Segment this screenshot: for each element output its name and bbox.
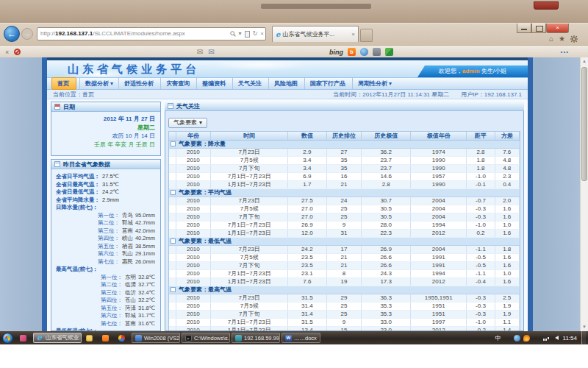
toolbar-app-icon-1[interactable] — [360, 48, 368, 56]
row-spacer — [169, 294, 176, 302]
cell-anomaly: -0.3 — [467, 294, 495, 302]
minimize-button[interactable] — [517, 24, 531, 33]
back-button[interactable]: ← — [4, 26, 20, 42]
table-row[interactable]: 2010 7月1日~7月23日 6.9 16 14.6 1957 -1.0 — [169, 173, 520, 181]
blocked-icon[interactable] — [14, 49, 21, 55]
cell-extreme: 23.7 — [362, 157, 411, 164]
scroll-down-arrow[interactable]: ▼ — [581, 323, 588, 331]
browser-tab[interactable]: e 山东省气候业务平... × — [272, 26, 359, 42]
address-dropdown-caret[interactable]: ▾ — [239, 28, 242, 40]
show-desktop-button[interactable] — [581, 331, 586, 344]
compatibility-view-icon[interactable] — [245, 31, 250, 38]
tray-icon[interactable] — [533, 335, 539, 342]
mail-icon[interactable]: ✉ — [197, 48, 203, 56]
nav-item[interactable]: 整编资料 — [196, 78, 232, 89]
table-row[interactable]: 2010 1月1日~7月23日 7.6 19 17.3 2012 -0.4 — [169, 278, 520, 286]
toolbar-app-icon-2[interactable] — [373, 48, 381, 56]
group-checkbox[interactable] — [171, 287, 176, 292]
refresh-button[interactable]: ↻ — [253, 28, 258, 40]
scroll-up-arrow[interactable]: ▲ — [581, 57, 588, 66]
background-window[interactable] — [0, 0, 588, 23]
table-row[interactable]: 2010 7月5候 3.4 35 23.7 1990 1.8 4 — [169, 157, 520, 165]
taskbar-task[interactable]: ……docx — [282, 333, 320, 343]
toolbar-more-icon[interactable]: ••• — [561, 49, 569, 55]
table-row[interactable]: 2010 7月23日 31.5 29 36.3 1955,1951 -0.3 — [169, 294, 520, 302]
tray-icon[interactable] — [523, 335, 530, 342]
row-spacer — [169, 246, 176, 253]
toolbar-app-icon-3[interactable] — [385, 48, 393, 56]
address-bar[interactable]: http://192.168.137.1/SLCCLIMATE/modules/… — [37, 27, 266, 40]
page-scrollbar[interactable]: ▲ ▼ — [580, 57, 588, 331]
taskbar-task[interactable] — [83, 333, 98, 343]
tray-icon[interactable] — [504, 335, 511, 342]
cell-year: 2010 — [176, 254, 212, 261]
table-row[interactable]: 2010 7月下旬 31.4 25 35.3 1951 -0.3 — [169, 311, 520, 319]
table-row[interactable]: 2010 7月5候 23.5 21 26.6 1991 -0.5 — [169, 254, 520, 262]
cell-time: 7月下旬 — [211, 262, 288, 269]
close-button[interactable]: × — [546, 24, 569, 33]
favorites-star-icon[interactable]: ★ — [559, 35, 565, 43]
table-row[interactable]: 2010 7月1日~7月23日 26.9 9 28.0 1994 -1.0 — [169, 222, 520, 230]
nav-item[interactable]: 舒适性分析 — [118, 78, 160, 89]
bing-tile-icon[interactable]: b — [348, 48, 356, 56]
table-row[interactable]: 气象要素：平均气温 — [169, 189, 520, 197]
table-row[interactable]: 2010 7月下旬 27.0 25 30.5 2004 -0.3 — [169, 213, 520, 222]
maximize-button[interactable] — [531, 24, 546, 33]
settings-gear-icon[interactable] — [570, 35, 578, 43]
table-row[interactable]: 2010 7月1日~7月23日 23.1 8 24.3 1994 -1.1 — [169, 270, 520, 278]
table-row[interactable]: 2010 1月1日~7月23日 1.7 21 2.8 1990 -0.1 — [169, 181, 520, 189]
table-row[interactable]: 气象要素：降水量 — [169, 141, 520, 149]
logged-in-user: admin — [462, 68, 480, 74]
breadcrumb: 当前位置：首页 — [53, 91, 94, 99]
taskbar-task[interactable]: C:\Windows\s... — [182, 333, 230, 343]
scrollbar-thumb[interactable] — [581, 67, 587, 181]
search-icon[interactable] — [230, 31, 236, 37]
taskbar-task[interactable] — [17, 333, 32, 343]
forward-button[interactable]: → — [21, 28, 33, 40]
weather-stat: 全省日最低气温：24.2℃ — [56, 188, 157, 197]
nav-item[interactable]: 灾害查询 — [160, 78, 196, 89]
table-row[interactable]: 2010 7月5候 31.4 25 35.3 1951 -0.3 — [169, 302, 520, 311]
taskbar-task[interactable]: 山东省气候业... — [33, 333, 82, 343]
row-spacer — [169, 157, 176, 164]
mail-icon-2[interactable]: ✉ — [208, 48, 214, 56]
tray-icon[interactable] — [552, 335, 559, 342]
tray-icon[interactable] — [542, 335, 549, 342]
table-row[interactable]: 2010 7月1日~7月23日 31.5 9 33.0 1997 -1.0 — [169, 319, 520, 327]
language-indicator[interactable]: 中 — [495, 334, 501, 342]
taskbar-clock[interactable]: 11:54 — [563, 335, 577, 342]
nav-item[interactable]: 国家下行产品 — [304, 78, 352, 89]
taskbar-task[interactable]: Win2008 (VS2... — [132, 333, 180, 343]
group-checkbox[interactable] — [171, 141, 176, 146]
tab-close-button[interactable]: × — [351, 31, 355, 38]
new-tab-button[interactable] — [360, 29, 373, 42]
toolbar-close-icon[interactable]: × — [5, 49, 9, 56]
tray-icon[interactable] — [514, 335, 520, 342]
table-row[interactable]: 2010 1月1日~7月23日 12.0 31 22.3 2012 0.2 — [169, 230, 520, 238]
table-row[interactable]: 2010 7月23日 2.9 27 36.2 1974 2.8 — [169, 149, 520, 157]
group-checkbox[interactable] — [171, 238, 176, 244]
start-button[interactable] — [2, 333, 13, 344]
stop-button[interactable]: × — [260, 28, 264, 40]
table-row[interactable]: 2010 7月23日 27.5 24 30.7 2004 -0.7 — [169, 197, 520, 205]
nav-item[interactable]: 风险地图 — [268, 78, 304, 89]
table-row[interactable]: 气象要素：最高气温 — [169, 286, 520, 294]
nav-item[interactable]: 首页 — [51, 77, 76, 90]
taskbar-task[interactable] — [115, 333, 130, 343]
table-row[interactable]: 2010 7月5候 27.0 25 30.5 2004 -0.3 — [169, 205, 520, 213]
nav-item[interactable]: 周期性分析 ▾ — [352, 78, 397, 89]
table-row[interactable]: 2010 7月下旬 23.5 21 26.6 1991 -0.5 — [169, 262, 520, 270]
nav-item[interactable]: 数据分析 ▾ — [79, 78, 118, 89]
nav-item[interactable]: 天气关注 — [232, 78, 268, 89]
table-row[interactable]: 气象要素：最低气温 — [169, 238, 520, 246]
home-icon[interactable]: ⌂ — [549, 35, 553, 43]
taskbar-task[interactable]: 192.168.59.99... — [232, 333, 280, 343]
background-window-close-button[interactable] — [534, 1, 559, 10]
taskbar-task[interactable] — [99, 333, 114, 343]
bing-logo[interactable]: bing — [329, 49, 343, 56]
table-row[interactable]: 2010 7月下旬 3.4 35 23.7 1990 1.8 4 — [169, 165, 520, 173]
group-checkbox[interactable] — [171, 190, 176, 195]
task-app-icon — [20, 335, 26, 342]
element-filter-button[interactable]: 气象要素 ▾ — [168, 118, 207, 128]
table-row[interactable]: 2010 7月23日 24.2 17 26.9 2004 -1.1 — [169, 246, 520, 254]
